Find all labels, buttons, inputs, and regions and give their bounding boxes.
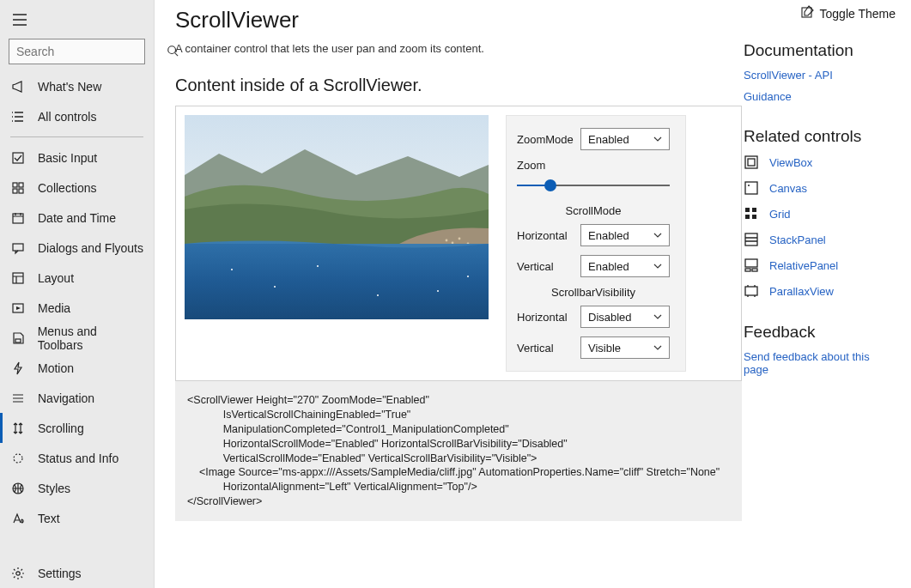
nav-media[interactable]: Media — [0, 293, 154, 323]
control-icon — [744, 155, 759, 170]
hamburger-button[interactable] — [0, 9, 154, 39]
sbv-v-combo[interactable]: Visible — [580, 336, 670, 359]
bolt-icon — [10, 361, 26, 375]
svg-rect-6 — [13, 214, 23, 223]
scrollmode-h-combo[interactable]: Enabled — [580, 224, 670, 246]
scrollmode-header: ScrollMode — [517, 204, 670, 217]
nav-date-and-time[interactable]: Date and Time — [0, 203, 154, 233]
code-sample[interactable]: <ScrollViewer Height="270" ZoomMode="Ena… — [175, 381, 742, 521]
control-icon — [744, 258, 759, 273]
megaphone-icon — [10, 80, 26, 94]
zoommode-label: ZoomMode — [517, 133, 574, 146]
control-icon — [744, 232, 759, 247]
gear-icon — [10, 567, 26, 580]
documentation-header: Documentation — [744, 41, 894, 60]
media-icon — [10, 301, 26, 315]
zoommode-combo[interactable]: Enabled — [580, 128, 670, 150]
control-icon — [744, 283, 759, 299]
nav-styles[interactable]: Styles — [0, 473, 154, 503]
control-icon — [744, 206, 759, 221]
nav-collections[interactable]: Collections — [0, 173, 154, 203]
related-canvas[interactable]: Canvas — [744, 180, 894, 196]
slider-thumb[interactable] — [544, 179, 556, 191]
svg-rect-1 — [13, 153, 23, 163]
related-label: ViewBox — [769, 156, 812, 169]
feedback-link[interactable]: Send feedback about this page — [744, 350, 894, 376]
related-stackpanel[interactable]: StackPanel — [744, 232, 894, 247]
scrollmode-h-label: Horizontal — [517, 229, 568, 242]
nav-all-controls[interactable]: All controls — [0, 101, 154, 131]
nav-label: Navigation — [38, 391, 94, 405]
scrollmode-v-combo[interactable]: Enabled — [580, 255, 670, 277]
related-parallaxview[interactable]: ParallaxView — [744, 283, 894, 299]
related-grid[interactable]: Grid — [744, 206, 894, 221]
nav-label: Text — [38, 512, 60, 525]
svg-point-25 — [377, 294, 379, 296]
nav-motion[interactable]: Motion — [0, 353, 154, 383]
control-icon — [744, 180, 759, 196]
nav-scrolling[interactable]: Scrolling — [0, 413, 154, 443]
nav-layout[interactable]: Layout — [0, 263, 154, 293]
scrollbarvis-header: ScrollbarVisibility — [517, 286, 670, 299]
svg-point-22 — [231, 269, 233, 270]
svg-rect-30 — [745, 182, 757, 194]
svg-rect-33 — [752, 208, 756, 212]
svg-point-11 — [14, 454, 22, 463]
nav-whats-new[interactable]: What's New — [0, 71, 154, 101]
svg-rect-29 — [748, 159, 755, 166]
svg-rect-21 — [185, 244, 489, 319]
nav-label: All controls — [38, 110, 96, 124]
nav-label: Collections — [38, 181, 96, 195]
edit-icon — [801, 5, 815, 21]
related-label: StackPanel — [769, 233, 826, 246]
svg-point-13 — [16, 571, 20, 574]
grid-icon — [10, 181, 26, 195]
related-label: Canvas — [769, 182, 807, 195]
doc-link-api[interactable]: ScrollViewer - API — [744, 69, 894, 82]
demo-card: ZoomMode Enabled Zoom ScrollMode Horizon… — [175, 106, 742, 381]
calendar-icon — [10, 211, 26, 225]
search-input[interactable] — [16, 45, 167, 58]
lines-icon — [10, 391, 26, 405]
nav-navigation[interactable]: Navigation — [0, 383, 154, 413]
svg-rect-37 — [745, 259, 757, 267]
svg-point-17 — [452, 242, 454, 245]
zoom-label: Zoom — [517, 159, 670, 172]
nav-basic-input[interactable]: Basic Input — [0, 142, 154, 173]
chevron-down-icon — [653, 229, 662, 242]
search-box[interactable] — [9, 39, 145, 64]
nav-label: Styles — [38, 482, 70, 495]
nav-text[interactable]: Text — [0, 503, 154, 533]
chevron-down-icon — [653, 311, 662, 324]
svg-rect-35 — [752, 215, 756, 219]
sbv-h-label: Horizontal — [517, 311, 568, 324]
dots-icon — [10, 452, 26, 465]
doc-link-guidance[interactable]: Guidance — [744, 90, 894, 103]
nav-label: Media — [38, 301, 70, 315]
nav-dialogs-and-flyouts[interactable]: Dialogs and Flyouts — [0, 233, 154, 263]
save-icon — [10, 331, 26, 345]
svg-rect-7 — [13, 244, 23, 251]
combo-value: Enabled — [588, 229, 629, 242]
right-column: Documentation ScrollViewer - API Guidanc… — [744, 41, 894, 385]
chevron-down-icon — [653, 260, 662, 273]
nav-menus-and-toolbars[interactable]: Menus and Toolbars — [0, 323, 154, 353]
chevron-down-icon — [653, 342, 662, 355]
divider — [10, 136, 143, 137]
nav-status-and-info[interactable]: Status and Info — [0, 443, 154, 473]
zoom-slider[interactable] — [517, 179, 670, 192]
svg-rect-5 — [19, 189, 23, 193]
svg-point-26 — [437, 290, 439, 292]
related-relativepanel[interactable]: RelativePanel — [744, 258, 894, 273]
svg-rect-34 — [745, 215, 750, 219]
nav-label: Scrolling — [38, 421, 84, 435]
sbv-h-combo[interactable]: Disabled — [580, 306, 670, 328]
scrollviewer-demo[interactable] — [185, 115, 489, 319]
toggle-theme-button[interactable]: Toggle Theme — [801, 5, 896, 21]
nav-settings[interactable]: Settings — [0, 558, 154, 588]
svg-rect-8 — [13, 273, 23, 283]
related-viewbox[interactable]: ViewBox — [744, 155, 894, 170]
nav-label: Motion — [38, 361, 74, 375]
sidebar: What's New All controls Basic InputColle… — [0, 0, 155, 588]
svg-point-23 — [274, 286, 276, 288]
